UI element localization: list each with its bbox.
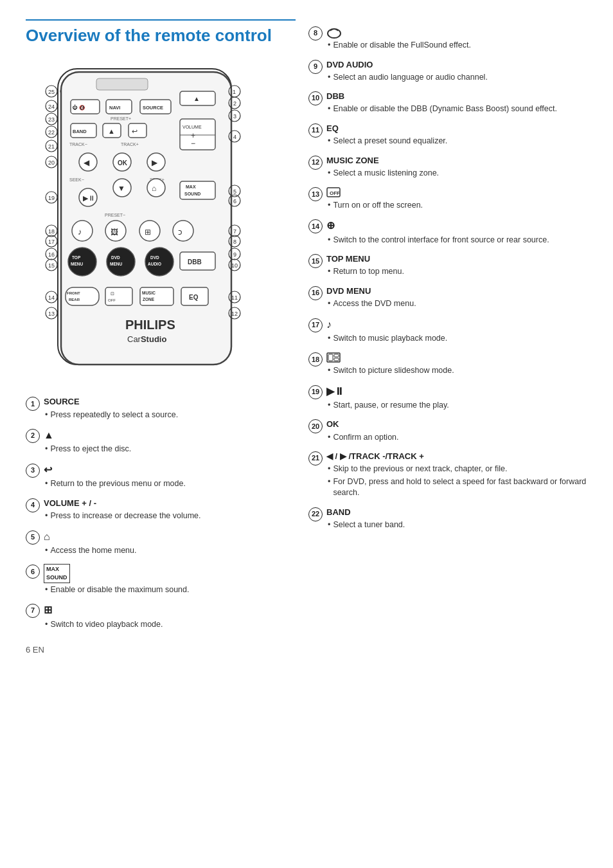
right-column: 8 Enable or disable the FullSound effect… — [308, 19, 600, 849]
item-title-15: TOP MENU — [326, 253, 600, 265]
item-content-14: ⊕ Switch to the control interface for fr… — [326, 219, 600, 247]
item-content-16: DVD MENU Access the DVD menu. — [326, 285, 600, 311]
svg-text:20: 20 — [48, 159, 55, 166]
desc-item-12: 12 MUSIC ZONE Select a music listening z… — [308, 155, 600, 181]
item-bullet-1-1: Press repeatedly to select a source. — [45, 410, 296, 421]
svg-text:MUSIC: MUSIC — [142, 291, 155, 295]
page-footer: 6 EN — [26, 644, 296, 656]
item-bullet-14-1: Switch to the control interface for fron… — [328, 235, 600, 246]
item-title-14: ⊕ — [326, 219, 600, 233]
svg-text:CarStudio: CarStudio — [127, 334, 166, 344]
svg-text:TRACK+: TRACK+ — [121, 142, 139, 147]
desc-list-right: 8 Enable or disable the FullSound effect… — [308, 26, 600, 532]
svg-text:NAVI: NAVI — [109, 105, 120, 111]
item-num-20: 20 — [308, 419, 323, 433]
svg-text:−: − — [191, 139, 195, 148]
svg-text:5: 5 — [233, 188, 236, 195]
desc-item-16: 16 DVD MENU Access the DVD menu. — [308, 285, 600, 311]
left-column: Overview of the remote control ⑳ 25 25 2… — [26, 19, 296, 849]
item-bullet-10-1: Enable or disable the DBB (Dynamic Bass … — [328, 104, 600, 115]
svg-text:⊡: ⊡ — [111, 291, 114, 296]
item-num-8: 8 — [308, 26, 323, 41]
item-num-2: 2 — [26, 429, 40, 443]
svg-text:🖼: 🖼 — [111, 228, 118, 237]
svg-text:22: 22 — [48, 129, 55, 136]
item-bullet-9-1: Select an audio language or audio channe… — [328, 72, 600, 84]
svg-text:TOP: TOP — [72, 255, 81, 260]
svg-text:3: 3 — [233, 113, 236, 120]
item-num-4: 4 — [26, 498, 40, 512]
item-title-7: ⊞ — [44, 603, 296, 617]
svg-text:REAR: REAR — [69, 298, 80, 302]
item-content-11: EQ Select a preset sound equalizer. — [326, 123, 600, 149]
item-content-4: VOLUME + / - Press to increase or decrea… — [44, 498, 296, 523]
item-title-9: DVD AUDIO — [326, 59, 600, 71]
desc-item-5: 5 ⌂ Access the home menu. — [26, 530, 296, 558]
item-bullet-8-1: Enable or disable the FullSound effect. — [328, 40, 600, 51]
item-content-20: OK Confirm an option. — [326, 419, 600, 444]
svg-text:14: 14 — [48, 294, 55, 301]
item-title-4: VOLUME + / - — [44, 498, 296, 509]
item-content-17: ♪ Switch to music playback mode. — [326, 318, 600, 346]
desc-item-11: 11 EQ Select a preset sound equalizer. — [308, 123, 600, 149]
svg-text:SOURCE: SOURCE — [143, 105, 163, 111]
item-num-18: 18 — [308, 352, 323, 366]
svg-text:♪: ♪ — [78, 227, 82, 237]
remote-diagram: ⑳ 25 25 25 25 — [26, 62, 270, 381]
desc-item-3: 3 ↩ Return to the previous menu or mode. — [26, 463, 296, 491]
svg-text:24: 24 — [48, 104, 55, 110]
svg-text:23: 23 — [48, 116, 55, 123]
item-num-21: 21 — [308, 451, 323, 466]
desc-item-17: 17 ♪ Switch to music playback mode. — [308, 318, 600, 346]
item-title-13: OFF — [326, 186, 600, 199]
desc-item-10: 10 DBB Enable or disable the DBB (Dynami… — [308, 91, 600, 116]
svg-text:PRESET−: PRESET− — [105, 213, 125, 217]
item-bullet-20-1: Confirm an option. — [328, 432, 600, 444]
svg-text:EQ: EQ — [189, 294, 199, 301]
item-num-11: 11 — [308, 123, 323, 138]
item-num-9: 9 — [308, 60, 323, 74]
svg-text:▼: ▼ — [118, 184, 125, 193]
item-bullet-19-1: Start, pause, or resume the play. — [328, 400, 600, 411]
svg-text:⌂: ⌂ — [152, 184, 156, 193]
item-num-3: 3 — [26, 464, 40, 478]
item-bullet-6-1: Enable or disable the maximum sound. — [45, 584, 296, 596]
item-num-12: 12 — [308, 156, 323, 170]
svg-text:PHILIPS: PHILIPS — [125, 318, 175, 332]
svg-text:AUDIO: AUDIO — [148, 262, 161, 266]
page: Overview of the remote control ⑳ 25 25 2… — [0, 0, 613, 868]
item-title-12: MUSIC ZONE — [326, 155, 600, 167]
item-title-19: ▶⏸ — [326, 384, 600, 399]
desc-item-14: 14 ⊕ Switch to the control interface for… — [308, 219, 600, 247]
item-content-7: ⊞ Switch to video playback mode. — [44, 603, 296, 631]
item-bullet-21-2: For DVD, press and hold to select a spee… — [328, 476, 600, 499]
item-title-10: DBB — [326, 91, 600, 102]
page-title: Overview of the remote control — [26, 19, 296, 51]
item-content-12: MUSIC ZONE Select a music listening zone… — [326, 155, 600, 181]
item-bullet-17-1: Switch to music playback mode. — [328, 333, 600, 345]
svg-text:11: 11 — [231, 294, 238, 301]
svg-text:VOLUME: VOLUME — [182, 125, 202, 129]
item-content-3: ↩ Return to the previous menu or mode. — [44, 463, 296, 491]
desc-item-13: 13 OFF Turn on or off the screen. — [308, 186, 600, 212]
item-bullet-3-1: Return to the previous menu or mode. — [45, 478, 296, 490]
item-title-22: BAND — [326, 507, 600, 518]
svg-text:DVD: DVD — [111, 255, 120, 260]
item-bullet-15-1: Return to top menu. — [328, 266, 600, 278]
item-title-3: ↩ — [44, 463, 296, 477]
item-bullet-16-1: Access the DVD menu. — [328, 298, 600, 310]
item-num-17: 17 — [308, 318, 323, 332]
item-title-2: ▲ — [44, 428, 296, 442]
svg-text:DBB: DBB — [188, 258, 202, 266]
svg-text:18: 18 — [48, 228, 55, 235]
item-content-5: ⌂ Access the home menu. — [44, 530, 296, 558]
svg-text:DVD: DVD — [150, 255, 159, 260]
item-bullet-5-1: Access the home menu. — [45, 545, 296, 557]
svg-point-57 — [173, 221, 193, 241]
svg-text:17: 17 — [48, 239, 55, 245]
svg-point-133 — [328, 29, 341, 38]
item-content-13: OFF Turn on or off the screen. — [326, 186, 600, 212]
svg-text:▶: ▶ — [152, 158, 158, 167]
svg-text:9: 9 — [233, 251, 236, 258]
svg-text:SEEK−: SEEK− — [69, 177, 84, 182]
